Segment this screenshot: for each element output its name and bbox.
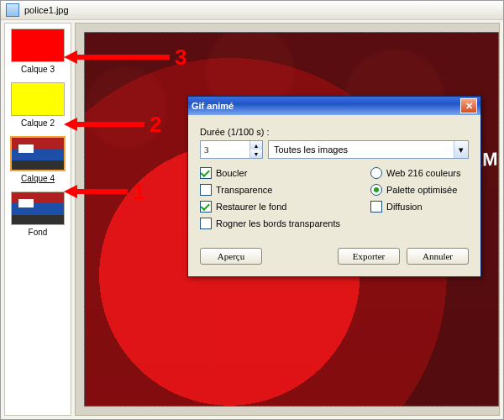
duration-label: Durée (1/100 s) : — [200, 127, 469, 137]
checkbox-label: Rogner les bords transparents — [216, 218, 340, 228]
layer-item[interactable]: Calque 2 — [10, 82, 66, 128]
layers-panel: Calque 3 Calque 2 Calque 4 Fond — [4, 23, 71, 416]
loop-checkbox[interactable]: Boucler — [200, 167, 340, 179]
file-icon — [6, 3, 19, 17]
radio-icon — [370, 184, 382, 196]
scope-combobox[interactable]: Toutes les images ▾ — [268, 140, 469, 159]
dither-checkbox[interactable]: Diffusion — [370, 201, 460, 213]
layer-thumbnail — [11, 29, 65, 62]
checkbox-icon — [200, 201, 212, 213]
palette-web216-radio[interactable]: Web 216 couleurs — [370, 167, 460, 179]
layer-thumbnail-selected — [10, 136, 66, 171]
layer-thumbnail — [11, 82, 65, 116]
trim-edges-checkbox[interactable]: Rogner les bords transparents — [200, 218, 340, 229]
checkbox-icon — [370, 201, 382, 213]
gif-dialog: Gif animé ✕ Durée (1/100 s) : ▲ ▼ Toutes… — [187, 96, 481, 277]
checkbox-label: Boucler — [216, 168, 247, 178]
dialog-titlebar[interactable]: Gif animé ✕ — [188, 97, 480, 115]
checkbox-label: Transparence — [216, 185, 272, 195]
radio-icon — [370, 167, 382, 179]
spin-up-button[interactable]: ▲ — [250, 141, 262, 150]
close-icon: ✕ — [465, 101, 473, 112]
checkbox-icon — [200, 167, 212, 179]
restore-bg-checkbox[interactable]: Restaurer le fond — [200, 201, 340, 213]
spin-down-button[interactable]: ▼ — [250, 150, 262, 158]
checkbox-label: Diffusion — [386, 202, 423, 212]
export-button[interactable]: Exporter — [338, 248, 400, 265]
window-titlebar: police1.jpg — [1, 1, 503, 20]
layer-item[interactable]: Calque 3 — [10, 29, 66, 74]
preview-button[interactable]: Aperçu — [200, 248, 262, 265]
scope-value: Toutes les images — [269, 144, 454, 155]
radio-label: Palette optimisée — [386, 185, 457, 195]
cancel-button[interactable]: Annuler — [407, 248, 469, 265]
window-filename: police1.jpg — [24, 5, 69, 15]
close-button[interactable]: ✕ — [460, 98, 477, 113]
chevron-down-icon: ▾ — [454, 141, 468, 158]
palette-optimized-radio[interactable]: Palette optimisée — [370, 184, 460, 196]
layer-label: Fond — [10, 228, 66, 237]
radio-label: Web 216 couleurs — [386, 168, 460, 178]
layer-label: Calque 4 — [10, 174, 66, 183]
layer-item[interactable]: Calque 4 — [10, 136, 66, 183]
checkbox-label: Restaurer le fond — [216, 202, 286, 212]
layer-label: Calque 3 — [10, 65, 66, 74]
layer-item[interactable]: Fond — [10, 192, 66, 237]
duration-stepper[interactable]: ▲ ▼ — [200, 140, 263, 159]
transparency-checkbox[interactable]: Transparence — [200, 184, 340, 196]
dialog-title: Gif animé — [192, 101, 234, 111]
layer-thumbnail — [11, 192, 65, 225]
checkbox-icon — [200, 218, 212, 229]
dialog-body: Durée (1/100 s) : ▲ ▼ Toutes les images … — [188, 115, 480, 276]
layer-label: Calque 2 — [10, 118, 66, 128]
checkbox-icon — [200, 184, 212, 196]
duration-input[interactable] — [201, 141, 249, 158]
